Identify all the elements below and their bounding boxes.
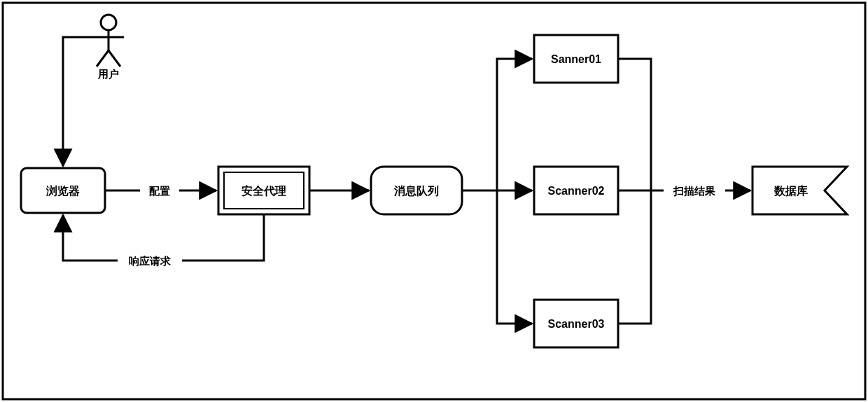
node-scanner3-label: Scanner03 [548,318,605,330]
edge-actor-browser [63,37,93,166]
node-queue: 消息队列 [371,167,462,214]
edge-proxy-browser: 响应请求 [63,214,264,269]
node-scanner2: Scanner02 [534,167,618,214]
edge-scanresult-label: 扫描结果 [673,185,716,197]
node-scanner2-label: Scanner02 [548,185,605,197]
node-browser-label: 浏览器 [46,185,80,197]
edge-scanner1-out [618,59,651,190]
node-proxy-label: 安全代理 [241,184,286,197]
node-scanner1-label: Sanner01 [551,53,601,65]
node-database: 数据库 [752,167,847,214]
node-database-label: 数据库 [774,185,808,197]
actor-label: 用户 [97,68,119,80]
actor-user: 用户 [93,15,124,80]
edge-config-label: 配置 [149,185,170,197]
node-browser: 浏览器 [21,168,105,213]
edge-queue-scanner1 [497,59,532,190]
node-proxy: 安全代理 [218,167,309,214]
svg-line-4 [108,50,120,67]
svg-line-3 [97,50,108,67]
node-queue-label: 消息队列 [393,185,439,197]
node-scanner3: Scanner03 [534,300,618,347]
edge-scanners-database: 扫描结果 [618,182,750,199]
edge-scanner3-out [618,190,651,324]
architecture-diagram: 用户 浏览器 安全代理 消息队列 Sanner01 Scanner02 Scan… [0,0,868,402]
edge-queue-scanner3 [497,190,532,324]
node-scanner1: Sanner01 [534,35,618,83]
svg-point-0 [101,15,116,30]
edge-browser-proxy: 配置 [105,182,216,199]
edge-response-label: 响应请求 [129,255,172,267]
